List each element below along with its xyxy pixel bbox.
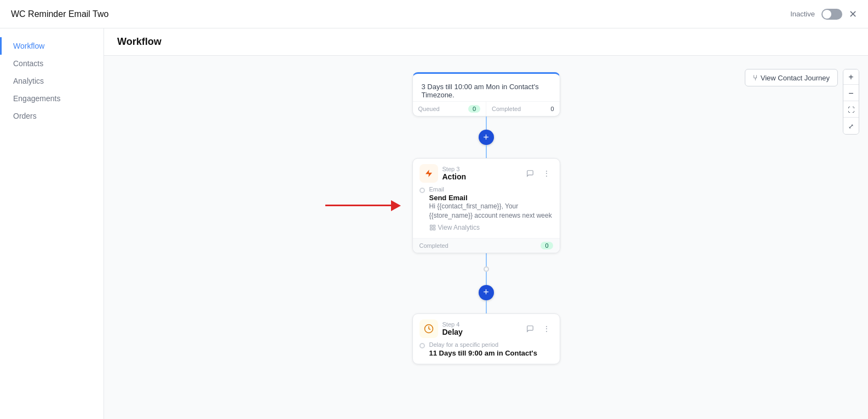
completed-count-top: 0 (550, 106, 554, 112)
step3-action-title: Send Email (429, 194, 553, 202)
zoom-in-button[interactable]: + (843, 69, 859, 85)
sidebar-item-contacts[interactable]: Contacts (0, 55, 104, 72)
arrow-shaft (325, 205, 391, 206)
top-node-text: 3 Days till 10:00 am Mon in Contact's Ti… (422, 83, 551, 99)
main-layout: Workflow Contacts Analytics Engagements … (0, 28, 868, 419)
zoom-out-button[interactable]: − (843, 86, 859, 101)
svg-rect-0 (430, 225, 432, 227)
connector-line-2c (486, 300, 487, 313)
main-content: Workflow ⑂ View Contact Journey + − ⛶ ⤢ … (104, 28, 868, 419)
close-button[interactable]: ✕ (849, 9, 857, 19)
view-contact-journey-button[interactable]: ⑂ View Contact Journey (745, 69, 838, 86)
active-toggle[interactable] (821, 9, 842, 20)
sidebar-item-analytics[interactable]: Analytics (0, 72, 104, 90)
step4-actions: ⋮ (524, 322, 553, 335)
step3-dot (419, 188, 425, 193)
top-bar: WC Reminder Email Two Inactive ✕ (0, 0, 868, 28)
workflow-canvas: 3 Days till 10:00 am Mon in Contact's Ti… (104, 61, 868, 419)
sidebar-item-engagements[interactable]: Engagements (0, 90, 104, 107)
queued-completed-row: Queued 0 Completed 0 (413, 101, 560, 116)
step3-more-button[interactable]: ⋮ (540, 167, 553, 180)
analytics-link-text: View Analytics (438, 224, 480, 231)
step3-action-node: Step 3 Action ⋮ (412, 158, 560, 253)
step4-body: Delay for a specific period 11 Days till… (413, 341, 560, 364)
svg-rect-2 (430, 228, 432, 230)
compress-button[interactable]: ⤢ (843, 119, 859, 134)
step4-delay-node: Step 4 Delay ⋮ (412, 313, 560, 364)
step4-title-group: Step 4 Delay (419, 319, 463, 338)
step3-action-text: Hi {{contact_first_name}}, Your {{store_… (429, 202, 553, 220)
step3-type: Email (429, 186, 553, 193)
step4-step-label: Step 4 (442, 321, 463, 328)
step3-footer: Completed 0 (413, 238, 560, 253)
step4-comment-button[interactable] (524, 322, 537, 335)
status-label: Inactive (790, 10, 815, 18)
step4-icon (419, 319, 438, 338)
step3-name: Action (442, 172, 467, 181)
step4-content: Delay for a specific period 11 Days till… (429, 341, 537, 357)
connector-line-1b (486, 145, 487, 158)
queued-label: Queued (418, 106, 440, 112)
svg-rect-3 (433, 228, 435, 230)
connector-line-1a (486, 117, 487, 130)
expand-button[interactable]: ⛶ (843, 102, 859, 118)
page-title: Workflow (117, 36, 162, 47)
step3-icon (419, 164, 438, 183)
connector-line-2a (486, 253, 487, 266)
sidebar-item-workflow[interactable]: Workflow (0, 37, 104, 55)
step3-actions: ⋮ (524, 167, 553, 180)
step3-title-group: Step 3 Action (419, 164, 467, 183)
completed-label-top: Completed (492, 106, 521, 112)
step3-body: Email Send Email Hi {{contact_first_name… (413, 186, 560, 238)
connector-line-2b (486, 272, 487, 285)
step3-comment-button[interactable] (524, 167, 537, 180)
top-bar-right: Inactive ✕ (790, 9, 857, 20)
step4-name: Delay (442, 328, 463, 336)
fork-icon: ⑂ (753, 73, 757, 82)
step3-header: Step 3 Action ⋮ (413, 159, 560, 186)
completed-item-top: Completed 0 (486, 102, 560, 116)
app-title: WC Reminder Email Two (11, 9, 108, 19)
view-journey-label: View Contact Journey (761, 74, 830, 82)
workflow-area: 3 Days till 10:00 am Mon in Contact's Ti… (104, 61, 868, 419)
add-step-button-1[interactable]: + (479, 130, 494, 145)
step4-more-button[interactable]: ⋮ (540, 322, 553, 335)
step4-header: Step 4 Delay ⋮ (413, 314, 560, 341)
arrow-indicator (325, 200, 401, 211)
zoom-controls: + − ⛶ ⤢ (843, 69, 859, 135)
step3-completed-label: Completed (419, 242, 449, 249)
queued-item: Queued 0 (413, 102, 487, 116)
page-header: Workflow (104, 28, 868, 56)
step3-content: Email Send Email Hi {{contact_first_name… (429, 186, 553, 231)
step3-step-label: Step 3 (442, 166, 467, 172)
step4-type: Delay for a specific period (429, 341, 537, 348)
arrow-head (391, 200, 401, 211)
svg-rect-1 (433, 225, 435, 227)
top-delay-node: 3 Days till 10:00 am Mon in Contact's Ti… (412, 72, 560, 117)
top-node-body: 3 Days till 10:00 am Mon in Contact's Ti… (413, 74, 560, 99)
step4-label-group: Step 4 Delay (442, 321, 463, 336)
connector-2: + (479, 253, 494, 313)
step3-completed-count: 0 (541, 242, 553, 249)
sidebar-item-orders[interactable]: Orders (0, 107, 104, 125)
step3-row: Email Send Email Hi {{contact_first_name… (419, 186, 553, 231)
sidebar: Workflow Contacts Analytics Engagements … (0, 28, 104, 419)
step4-dot (419, 343, 425, 348)
step4-row: Delay for a specific period 11 Days till… (419, 341, 553, 357)
queued-count: 0 (468, 105, 480, 113)
add-step-button-2[interactable]: + (479, 285, 494, 300)
connector-dot (484, 266, 489, 272)
view-analytics-link[interactable]: View Analytics (429, 224, 553, 231)
step4-action-title: 11 Days till 9:00 am in Contact's (429, 349, 537, 357)
connector-1: + (479, 117, 494, 158)
step3-label-group: Step 3 Action (442, 166, 467, 181)
